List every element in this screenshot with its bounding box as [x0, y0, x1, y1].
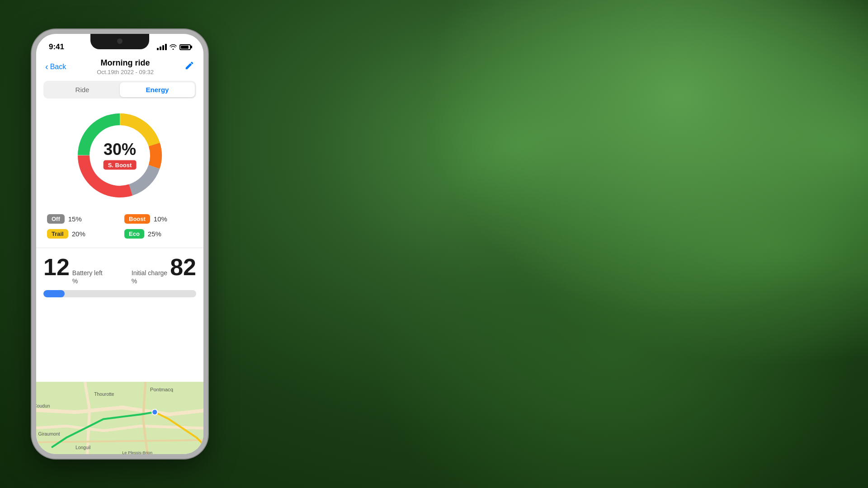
donut-percent: 30%: [104, 141, 137, 158]
donut-section: 30% S. Boost: [43, 106, 196, 205]
right-buttons: [203, 142, 205, 172]
svg-text:Le Plessis-Brion: Le Plessis-Brion: [122, 450, 152, 454]
legend-item-boost: Boost 10%: [124, 214, 193, 224]
phone-wrapper: 9:41 ‹: [23, 0, 217, 488]
header-center: Morning ride Oct.19th 2022 - 09:32: [97, 58, 154, 75]
map-svg: Coudun Thourotte Pontmacq Giraumont Long…: [36, 382, 203, 454]
volume-down-button: [34, 145, 36, 161]
tab-energy[interactable]: Energy: [120, 82, 195, 97]
donut-mode-badge: S. Boost: [104, 160, 137, 170]
signal-icon: [157, 44, 167, 50]
page-title: Morning ride: [97, 58, 154, 68]
badge-off: Off: [47, 214, 65, 224]
status-bar: 9:41: [36, 34, 203, 56]
main-content: 30% S. Boost Off 15% Boost 10%: [36, 106, 203, 382]
battery-left-text: Battery left: [72, 269, 103, 277]
battery-icon: [179, 44, 191, 50]
legend-item-off: Off 15%: [47, 214, 115, 224]
legend-grid: Off 15% Boost 10% Trail 20% Eco 25%: [43, 214, 196, 239]
battery-bar-fill: [43, 290, 65, 297]
legend-pct-eco: 25%: [148, 230, 161, 238]
legend-pct-trail: 20%: [72, 230, 85, 238]
notch-camera: [117, 38, 123, 44]
battery-section: 12 Battery left % Initial charge % 82: [43, 255, 196, 285]
svg-text:Giraumont: Giraumont: [38, 432, 60, 436]
tab-ride[interactable]: Ride: [45, 82, 120, 97]
battery-initial-unit: %: [132, 277, 167, 285]
tabs-container: Ride Energy: [43, 81, 196, 99]
battery-left-number: 12: [43, 255, 70, 279]
legend-pct-boost: 10%: [154, 215, 167, 223]
left-buttons: [34, 124, 36, 161]
header: ‹ Back Morning ride Oct.19th 2022 - 09:3…: [36, 56, 203, 81]
badge-eco: Eco: [124, 229, 144, 239]
power-button: [203, 142, 205, 172]
battery-initial-text: Initial charge: [132, 269, 167, 277]
back-button[interactable]: ‹ Back: [45, 62, 66, 72]
battery-initial-label: Initial charge %: [132, 269, 167, 285]
svg-text:Pontmacq: Pontmacq: [150, 387, 173, 392]
volume-up-button: [34, 124, 36, 140]
legend-item-trail: Trail 20%: [47, 229, 115, 239]
back-chevron-icon: ‹: [45, 61, 48, 72]
svg-text:Thourotte: Thourotte: [94, 392, 114, 397]
back-label: Back: [50, 63, 66, 71]
battery-left-stat: 12 Battery left %: [43, 255, 103, 285]
battery-initial-number: 82: [170, 255, 196, 279]
edit-button[interactable]: [184, 61, 194, 73]
battery-left-unit: %: [72, 277, 103, 285]
phone-frame: 9:41 ‹: [32, 29, 208, 459]
page-subtitle: Oct.19th 2022 - 09:32: [97, 69, 154, 75]
battery-fill: [181, 46, 189, 49]
map-section: Coudun Thourotte Pontmacq Giraumont Long…: [36, 382, 203, 454]
phone-screen: 9:41 ‹: [36, 34, 203, 454]
battery-initial-stat: Initial charge % 82: [132, 255, 196, 285]
status-icons: [157, 44, 191, 50]
badge-boost: Boost: [124, 214, 150, 224]
donut-chart: 30% S. Boost: [70, 106, 170, 205]
svg-text:Coudun: Coudun: [36, 404, 50, 408]
svg-point-13: [152, 409, 157, 415]
legend-pct-off: 15%: [68, 215, 82, 223]
legend-item-eco: Eco 25%: [124, 229, 193, 239]
battery-left-label: Battery left %: [72, 269, 103, 285]
status-time: 9:41: [49, 42, 64, 52]
badge-trail: Trail: [47, 229, 68, 239]
battery-bar-container: [43, 290, 196, 297]
wifi-icon: [170, 44, 177, 50]
svg-text:Longuil: Longuil: [75, 445, 90, 450]
divider: [36, 248, 203, 248]
donut-center: 30% S. Boost: [104, 141, 137, 170]
